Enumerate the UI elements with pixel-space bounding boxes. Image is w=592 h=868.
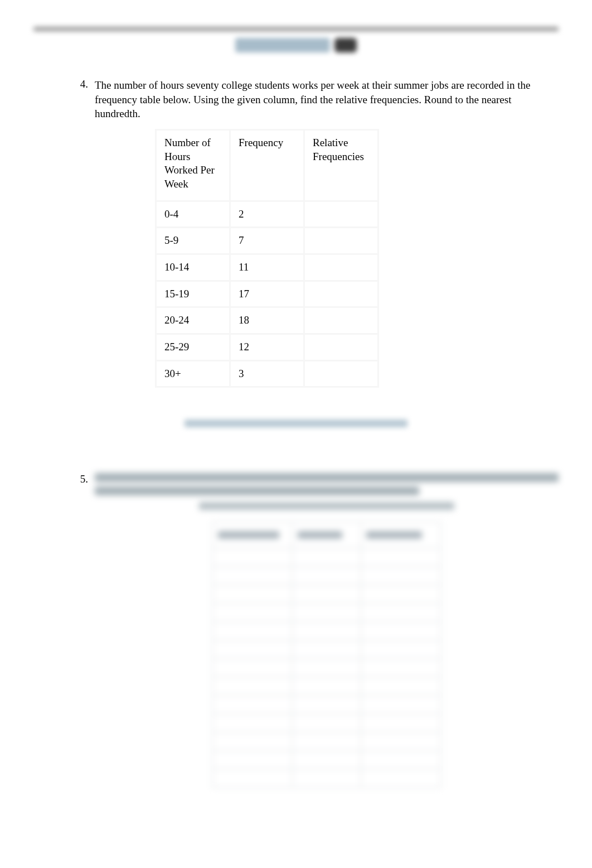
cell-frequency: 12 <box>231 335 303 360</box>
table-row: 20-24 18 <box>157 308 377 333</box>
table-row <box>213 751 440 768</box>
cell-relative <box>305 228 377 253</box>
blurred-text-line <box>95 473 559 482</box>
question-5: 5. <box>71 473 559 788</box>
blurred-text-line <box>95 486 419 495</box>
table-row <box>213 715 440 731</box>
cell-frequency: 3 <box>231 361 303 387</box>
table-row: 25-29 12 <box>157 335 377 360</box>
table-row <box>213 586 440 602</box>
blurred-data-line <box>199 502 454 510</box>
frequency-table: Number of Hours Worked Per Week Frequenc… <box>155 129 379 388</box>
table-row: 5-9 7 <box>157 228 377 253</box>
header-frequency: Frequency <box>231 131 303 200</box>
table-row: 0-4 2 <box>157 202 377 227</box>
header-relative: Relative Frequencies <box>305 131 377 200</box>
table-row <box>213 678 440 695</box>
table-row: 10-14 11 <box>157 255 377 280</box>
table-header-row: Number of Hours Worked Per Week Frequenc… <box>157 131 377 200</box>
blurred-header-cell <box>362 523 440 547</box>
cell-hours: 10-14 <box>157 255 229 280</box>
cell-frequency: 17 <box>231 282 303 307</box>
blurred-header-cell <box>293 523 360 547</box>
question-4: 4. The number of hours seventy college s… <box>71 78 559 388</box>
cell-frequency: 18 <box>231 308 303 333</box>
table-row <box>213 770 440 787</box>
header-logo-wrap <box>235 38 357 52</box>
table-row <box>213 733 440 750</box>
table-row <box>213 567 440 584</box>
table-row <box>213 549 440 566</box>
table-row <box>213 641 440 658</box>
cell-relative <box>305 335 377 360</box>
question-4-number: 4. <box>71 78 88 90</box>
header-logo-glyph-blur <box>334 38 357 52</box>
table-row <box>213 604 440 621</box>
table-row <box>213 696 440 713</box>
cell-relative <box>305 361 377 387</box>
table-header-row <box>213 523 440 547</box>
cell-relative <box>305 308 377 333</box>
blurred-header-cell <box>213 523 292 547</box>
header-bar <box>33 27 559 31</box>
cell-frequency: 7 <box>231 228 303 253</box>
cell-hours: 30+ <box>157 361 229 387</box>
document-page: 4. The number of hours seventy college s… <box>0 0 592 868</box>
cell-frequency: 11 <box>231 255 303 280</box>
cell-hours: 0-4 <box>157 202 229 227</box>
question-4-prompt: The number of hours seventy college stud… <box>95 78 559 121</box>
question-5-blurred-table <box>212 521 441 788</box>
mid-blurred-line <box>185 419 407 427</box>
table-row: 15-19 17 <box>157 282 377 307</box>
cell-relative <box>305 255 377 280</box>
cell-hours: 20-24 <box>157 308 229 333</box>
header-logo-text-blur <box>235 38 330 52</box>
table-row: 30+ 3 <box>157 361 377 387</box>
header-blurred-region <box>28 25 564 58</box>
table-row <box>213 659 440 676</box>
cell-hours: 15-19 <box>157 282 229 307</box>
cell-relative <box>305 202 377 227</box>
cell-relative <box>305 282 377 307</box>
cell-hours: 5-9 <box>157 228 229 253</box>
cell-frequency: 2 <box>231 202 303 227</box>
header-hours: Number of Hours Worked Per Week <box>157 131 229 200</box>
question-5-number: 5. <box>71 473 88 485</box>
table-row <box>213 623 440 639</box>
question-5-blurred-body <box>95 473 559 788</box>
cell-hours: 25-29 <box>157 335 229 360</box>
